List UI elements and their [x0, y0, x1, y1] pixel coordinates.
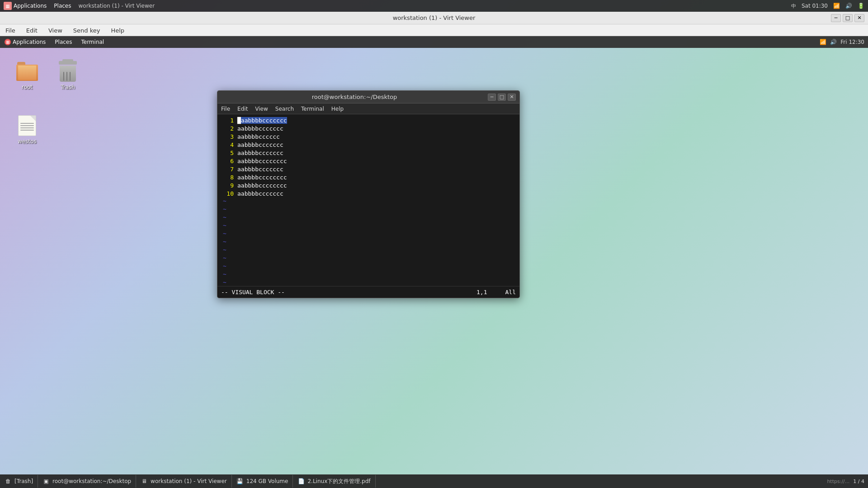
- vim-line-7: 7 aabbbbccccccc: [221, 165, 516, 173]
- root-folder-label: root: [22, 84, 33, 90]
- virt-viewer-menubar: File Edit View Send key Help: [0, 24, 868, 36]
- topbar-right: 中 Sat 01:30 📶 🔊 🔋: [791, 3, 864, 9]
- line-num-5: 5: [221, 150, 234, 156]
- vim-scroll: All: [505, 289, 516, 296]
- taskbar-trash-icon: 🗑: [5, 478, 12, 485]
- virt-file-menu[interactable]: File: [4, 26, 17, 35]
- term-file-menu[interactable]: File: [221, 106, 230, 112]
- topbar-sound-icon: 🔊: [845, 3, 852, 9]
- tilde-1: ~: [221, 197, 516, 206]
- line-content-7: aabbbbccccccc: [237, 166, 283, 173]
- line-content-6: aabbbbcccccccc: [237, 158, 287, 164]
- taskbar-volume-label: 124 GB Volume: [246, 478, 288, 484]
- term-view-menu[interactable]: View: [255, 106, 268, 112]
- virt-view-menu[interactable]: View: [47, 26, 64, 35]
- topbar-battery-icon: 🔋: [858, 3, 864, 9]
- places-label[interactable]: Places: [54, 3, 71, 9]
- vim-line-9: 9 aabbbbcccccccc: [221, 181, 516, 189]
- tilde-8: ~: [221, 254, 516, 263]
- inner-places-label: Places: [55, 39, 72, 45]
- taskbar-trash[interactable]: 🗑 [Trash]: [0, 475, 38, 488]
- term-search-menu[interactable]: Search: [275, 106, 294, 112]
- line-content-4: aabbbbccccccc: [237, 141, 283, 148]
- inner-applications-label: Applications: [13, 39, 46, 45]
- line-num-9: 9: [221, 182, 234, 189]
- term-minimize-btn[interactable]: ─: [488, 94, 496, 101]
- taskbar-virt[interactable]: 🖥 workstation (1) - Virt Viewer: [136, 475, 232, 488]
- westos-label: westos: [18, 138, 37, 145]
- tilde-10: ~: [221, 271, 516, 279]
- tilde-2: ~: [221, 206, 516, 214]
- minimize-button[interactable]: ─: [831, 14, 841, 22]
- inner-places[interactable]: Places: [50, 36, 76, 48]
- line-content-9: aabbbbcccccccc: [237, 182, 287, 189]
- term-help-menu[interactable]: Help: [331, 106, 344, 112]
- desktop-icon-trash[interactable]: Trash: [50, 59, 86, 92]
- taskbar-right: https://... 1 / 4: [823, 479, 868, 484]
- inner-applications[interactable]: ▦ Applications: [0, 36, 50, 48]
- folder-icon-root: [16, 61, 38, 82]
- line-num-2: 2: [221, 125, 234, 132]
- tilde-5: ~: [221, 230, 516, 238]
- taskbar-terminal-icon: ▣: [42, 478, 50, 485]
- line-num-10: 10: [221, 190, 234, 197]
- inner-terminal[interactable]: Terminal: [76, 36, 108, 48]
- term-terminal-menu[interactable]: Terminal: [301, 106, 324, 112]
- tilde-4: ~: [221, 222, 516, 230]
- taskbar-virt-icon: 🖥: [141, 478, 148, 485]
- taskbar-pdf[interactable]: 📄 2.Linux下的文件管理.pdf: [293, 475, 375, 488]
- applications-label[interactable]: Applications: [14, 3, 47, 9]
- terminal-menubar: File Edit View Search Terminal Help: [217, 103, 519, 114]
- taskbar-virt-label: workstation (1) - Virt Viewer: [151, 478, 227, 484]
- terminal-title: root@workstation:~/Desktop: [221, 94, 488, 100]
- topbar-left: ▦ Applications Places workstation (1) - …: [4, 2, 155, 10]
- system-topbar: ▦ Applications Places workstation (1) - …: [0, 0, 868, 12]
- term-close-btn[interactable]: ✕: [508, 94, 516, 101]
- vim-line-8: 8 aabbbbcccccccc: [221, 173, 516, 181]
- desktop-icon-westos[interactable]: westos: [9, 113, 45, 146]
- topbar-time: Sat 01:30: [802, 3, 828, 9]
- tilde-11: ~: [221, 279, 516, 286]
- taskbar-terminal-label: root@workstation:~/Desktop: [52, 478, 131, 484]
- inner-terminal-label: Terminal: [81, 39, 104, 45]
- taskbar-trash-label: [Trash]: [14, 478, 33, 484]
- taskbar-url: https://...: [827, 479, 849, 484]
- line-content-3: aabbbbcccccc: [237, 133, 280, 140]
- desktop-icon-root[interactable]: root: [9, 59, 45, 92]
- taskbar-terminal[interactable]: ▣ root@workstation:~/Desktop: [38, 475, 136, 488]
- vim-mode: -- VISUAL BLOCK --: [221, 289, 285, 296]
- line-content-8: aabbbbcccccccc: [237, 174, 287, 181]
- maximize-button[interactable]: □: [843, 14, 853, 22]
- doc-icon-westos: [16, 115, 38, 136]
- line-content-5: aabbbbccccccc: [237, 150, 283, 156]
- taskbar-volume-icon: 💾: [236, 478, 244, 485]
- line-num-6: 6: [221, 158, 234, 164]
- inner-sound-icon: 🔊: [830, 39, 837, 45]
- virt-viewer-chrome: workstation (1) - Virt Viewer ─ □ ✕ File…: [0, 12, 868, 36]
- outer-taskbar: 🗑 [Trash] ▣ root@workstation:~/Desktop 🖥…: [0, 474, 868, 488]
- taskbar-volume[interactable]: 💾 124 GB Volume: [232, 475, 293, 488]
- line-num-7: 7: [221, 166, 234, 173]
- vim-line-1: 1 █aabbbbccccccc: [221, 116, 516, 124]
- terminal-body[interactable]: 1 █aabbbbccccccc 2 aabbbbccccccc 3 aabbb…: [217, 114, 519, 286]
- virt-help-menu[interactable]: Help: [109, 26, 126, 35]
- inner-time: Fri 12:30: [840, 39, 864, 45]
- virt-edit-menu[interactable]: Edit: [24, 26, 39, 35]
- close-button[interactable]: ✕: [854, 14, 864, 22]
- line-num-4: 4: [221, 141, 234, 148]
- line-content-1: █aabbbbccccccc: [237, 117, 287, 124]
- term-maximize-btn[interactable]: □: [498, 94, 506, 101]
- virt-sendkey-menu[interactable]: Send key: [71, 26, 102, 35]
- line-num-3: 3: [221, 133, 234, 140]
- inner-panel-right: 📶 🔊 Fri 12:30: [820, 39, 868, 45]
- desktop: ▦ Applications Places Terminal 📶 🔊 Fri 1…: [0, 36, 868, 474]
- terminal-titlebar: root@workstation:~/Desktop ─ □ ✕: [217, 91, 519, 103]
- tilde-7: ~: [221, 246, 516, 254]
- vim-line-3: 3 aabbbbcccccc: [221, 132, 516, 141]
- applications-dot-icon: ▦: [5, 39, 11, 45]
- term-edit-menu[interactable]: Edit: [237, 106, 248, 112]
- trash-label: Trash: [61, 84, 75, 90]
- taskbar-pdf-label: 2.Linux下的文件管理.pdf: [307, 478, 370, 485]
- virt-viewer-titlebar: workstation (1) - Virt Viewer ─ □ ✕: [0, 12, 868, 24]
- vim-line-10: 10 aabbbbccccccc: [221, 189, 516, 197]
